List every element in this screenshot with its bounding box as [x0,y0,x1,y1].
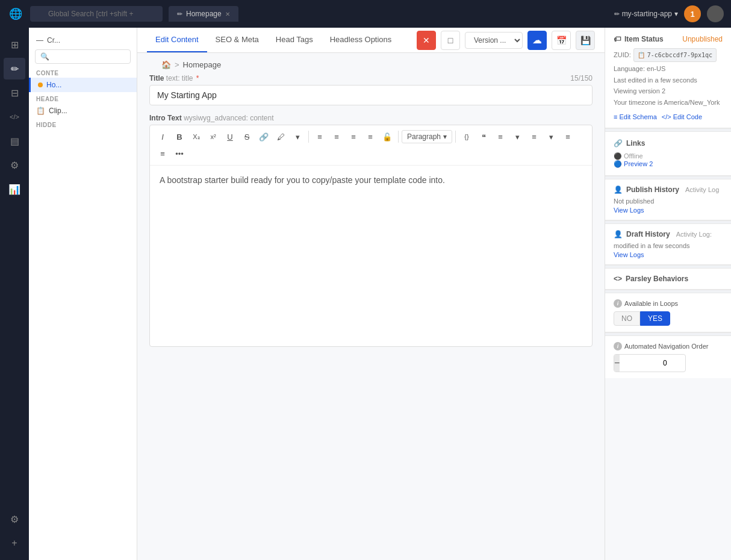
toolbar-more[interactable]: ••• [172,146,187,161]
avatar-letter: 1 [684,5,701,22]
edit-tabs-bar: Edit Content SEO & Meta Head Tags Headle… [137,28,605,53]
publish-cloud-button[interactable]: ☁ [527,31,547,50]
tab-edit-content[interactable]: Edit Content [147,28,207,52]
paragraph-dropdown[interactable]: Paragraph ▾ [402,130,452,143]
left-nav: — Cr... CONTE Ho... HEADE 📋 Clip... HIDD… [29,28,137,560]
form-area: 🏠 > Homepage Title text: title * 15/150 [137,53,605,560]
loops-label: i Available in Loops [614,299,723,308]
sidebar-icon-database[interactable]: ⊟ [4,82,25,104]
toolbar-indent[interactable]: ≡ [155,146,170,161]
draft-history-section: 👤 Draft History Activity Log: modified i… [605,224,731,265]
wysiwyg-content[interactable]: A bootstrap starter build ready for you … [150,166,592,346]
sidebar-icon-plus[interactable]: + [4,532,25,554]
sidebar-icon-gear[interactable]: ⚙ [4,508,25,530]
save-button[interactable]: 💾 [576,31,595,50]
toolbar-bullet-dropdown[interactable]: ▾ [509,129,525,145]
draft-view-logs[interactable]: View Logs [614,251,723,258]
section-hidden: HIDDE [29,118,137,129]
close-button[interactable]: ✕ [417,31,436,50]
preview-button[interactable]: □ [441,31,460,50]
edit-code-label: Edit Code [673,113,702,120]
meta-timezone: Your timezone is America/New_York [614,97,723,108]
paragraph-chevron: ▾ [443,132,447,141]
nav-item-clip[interactable]: 📋 Clip... [29,104,137,118]
loops-no-button[interactable]: NO [614,311,640,326]
toolbar-align-right[interactable]: ≡ [346,129,361,145]
zuid-value: 7-c6cbccdf7-9px1qc [647,50,712,60]
global-search-input[interactable] [30,6,163,22]
preview-label: Preview 2 [624,160,653,167]
search-wrapper: 🔍 [30,6,163,22]
sidebar-icon-settings[interactable]: ⚙ [4,154,25,176]
home-icon[interactable]: 🏠 [161,60,171,69]
sidebar-icon-chart[interactable]: 📊 [4,178,25,200]
toolbar-align-left[interactable]: ≡ [312,129,328,145]
toolbar-unlink[interactable]: 🔓 [379,129,395,145]
right-actions: ≡ Edit Schema </> Edit Code [614,113,723,120]
toolbar-subscript[interactable]: X₂ [188,129,204,145]
toolbar-italic[interactable]: I [155,129,170,145]
left-nav-search-input[interactable] [35,49,131,64]
sidebar-icon-code[interactable]: </> [4,106,25,128]
tab-seo-meta[interactable]: SEO & Meta [207,28,267,52]
toolbar-highlight[interactable]: 🖊 [273,129,288,145]
toolbar-strikethrough[interactable]: S [239,129,255,145]
sidebar-icon-grid[interactable]: ⊞ [4,34,25,55]
publish-history-text: Not published [614,198,723,205]
title-input[interactable] [149,85,593,105]
schedule-button[interactable]: 📅 [552,31,571,50]
edit-code-link[interactable]: </> Edit Code [662,113,702,120]
tab-close-icon[interactable]: ✕ [225,11,230,17]
breadcrumb: 🏠 > Homepage [149,53,593,74]
toolbar-highlight-dropdown[interactable]: ▾ [290,129,305,145]
stepper-minus-button[interactable]: − [614,355,620,372]
content-area: — Cr... CONTE Ho... HEADE 📋 Clip... HIDD… [29,28,731,560]
parsley-header: <> Parsley Behaviors [614,275,723,283]
edit-schema-link[interactable]: ≡ Edit Schema [614,113,657,120]
copy-icon[interactable]: 📋 [638,50,645,60]
toolbar-outdent[interactable]: ≡ [560,129,576,145]
toolbar-align-justify[interactable]: ≡ [362,129,378,145]
meta-last-edited: Last edited in a few seconds [614,75,723,86]
toolbar-blockquote[interactable]: ❝ [476,129,491,145]
publish-history-label: Publish History [626,185,679,194]
nav-order-info-icon: i [614,342,622,350]
zuid-box: 📋 7-c6cbccdf7-9px1qc [633,48,717,62]
right-panel: 🏷 Item Status Unpublished ZUID: 📋 7-c6cb… [605,28,731,560]
user-avatar [707,5,724,22]
sidebar-bottom: ⚙ + [4,508,25,560]
sidebar-icon-layers[interactable]: ▤ [4,130,25,152]
toolbar-link[interactable]: 🔗 [256,129,272,145]
toolbar-inline-code[interactable]: {} [459,129,474,145]
edit-schema-label: Edit Schema [619,113,656,120]
publish-history-header: 👤 Publish History Activity Log [614,185,723,194]
offline-label: Offline [624,152,643,160]
tab-edit-icon: ✏ [177,10,182,18]
collapse-label: Cr... [47,36,60,45]
links-preview[interactable]: 🔵 Preview 2 [614,160,723,168]
toolbar-bullet-list[interactable]: ≡ [493,129,508,145]
homepage-tab[interactable]: ✏ Homepage ✕ [169,6,238,22]
section-content: CONTE [29,66,137,78]
loops-info-icon: i [614,299,622,308]
parsley-label: Parsley Behaviors [626,275,688,283]
loops-yes-button[interactable]: YES [640,311,670,326]
toolbar-ordered-dropdown[interactable]: ▾ [543,129,559,145]
publish-view-logs[interactable]: View Logs [614,207,723,214]
toolbar-bold[interactable]: B [172,129,187,145]
nav-item-homepage[interactable]: Ho... [29,78,137,92]
tab-head-tags[interactable]: Head Tags [267,28,322,52]
toolbar-underline[interactable]: U [222,129,238,145]
topbar-right: ✏ my-starting-app ▾ 1 [614,5,724,22]
offline-dot: ⚫ [614,152,622,160]
toolbar-ordered-list[interactable]: ≡ [526,129,542,145]
version-dropdown[interactable]: Version ... [465,32,523,49]
toolbar-superscript[interactable]: x² [205,129,221,145]
left-nav-collapse[interactable]: — Cr... [29,34,137,47]
item-meta: ZUID: 📋 7-c6cbccdf7-9px1qc Language: en-… [614,48,723,108]
tab-headless-options[interactable]: Headless Options [322,28,400,52]
sidebar-icon-edit[interactable]: ✏ [4,58,25,79]
toolbar-align-center[interactable]: ≡ [329,129,344,145]
stepper-input[interactable] [620,359,686,367]
wysiwyg-toolbar: I B X₂ x² U S 🔗 🖊 ▾ ≡ ≡ ≡ ≡ � [150,125,592,166]
